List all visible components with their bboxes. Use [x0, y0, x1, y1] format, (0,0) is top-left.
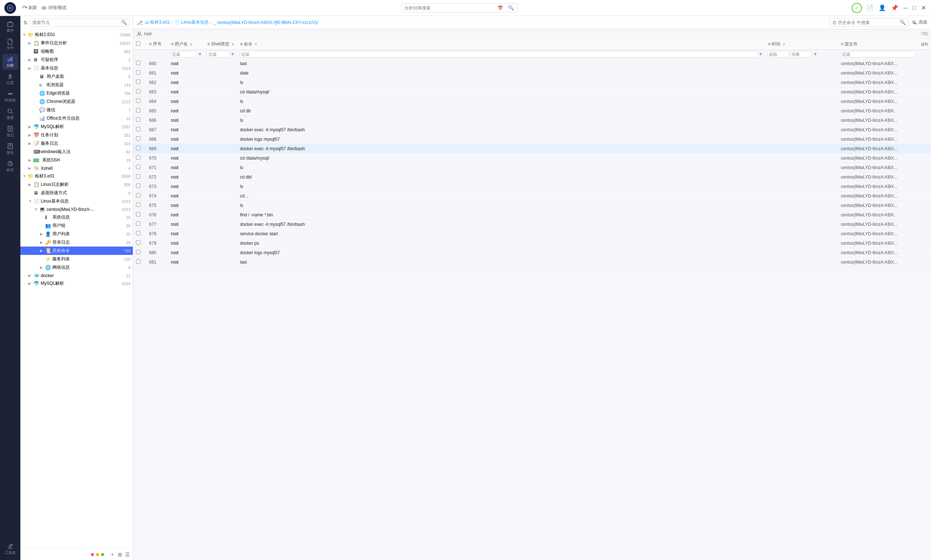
row-checkbox[interactable]	[136, 70, 140, 75]
export-icon[interactable]: 📄	[866, 4, 874, 12]
breadcrumb-item-3[interactable]: _ centos(lMwLYD-6mzA-KBXX-fjf0-fBkN-CfrY…	[213, 20, 319, 25]
sidebar-item-location[interactable]: 位置	[2, 71, 18, 87]
row-checkbox[interactable]	[136, 193, 140, 197]
tree-search-button[interactable]: 🔍	[119, 19, 129, 26]
sidebar-item-timeline[interactable]: 时间线	[2, 89, 18, 105]
tree-node-docker[interactable]: ▶ 🐳 docker 11	[20, 272, 133, 279]
filter-time-start[interactable]	[767, 51, 789, 57]
filter-user-icon[interactable]: ▼	[198, 52, 202, 57]
tree-list-button[interactable]: ☰	[125, 552, 130, 557]
row-checkbox[interactable]	[136, 231, 140, 235]
filter-cmd-icon[interactable]: ▼	[759, 52, 763, 57]
status-check[interactable]: ✓	[852, 3, 862, 13]
row-checkbox[interactable]	[136, 108, 140, 112]
sidebar-item-case[interactable]: 案件	[2, 19, 18, 35]
tree-node-svclist[interactable]: ▶ ⚡ 服务列表 130	[20, 255, 133, 263]
filter-cmd-input[interactable]	[239, 51, 758, 57]
tree-node-thumb[interactable]: ▶ 🖼 缩略图 682	[20, 47, 133, 55]
sidebar-item-tools[interactable]: 工具箱	[2, 541, 18, 557]
tree-node-xshell[interactable]: ▶ 🐚 Xshell 4	[20, 165, 133, 172]
filter-time-end[interactable]	[790, 51, 812, 57]
tree-node-linuxbasic[interactable]: ▼ 📄 Linux基本信息 1013	[20, 197, 133, 205]
detail-action[interactable]: 详情/预览	[42, 5, 66, 11]
tree-node-basic[interactable]: ▶ 📄 基本信息 2414	[20, 64, 133, 72]
tree-node-userlist[interactable]: ▶ 👤 用户列表 20	[20, 230, 133, 238]
minimize-icon[interactable]: ─	[903, 4, 908, 12]
row-checkbox[interactable]	[136, 203, 140, 207]
filter-user-input[interactable]	[170, 51, 197, 57]
breadcrumb-item-2[interactable]: 📄 Linux基本信息	[174, 19, 209, 25]
tree-node-histcmd[interactable]: ▶ 📜 历史命令 780	[20, 246, 133, 255]
breadcrumb-item-1[interactable]: 🗂 检材3.e01	[145, 19, 170, 25]
tree-node-office[interactable]: ▶ 📊 Office文件元信息 12	[20, 114, 133, 123]
tree-node-wechat[interactable]: ▶ 💬 微信 7	[20, 106, 133, 114]
tree-sort-button[interactable]: ⇅	[23, 20, 28, 25]
sidebar-item-research[interactable]: 研究	[2, 158, 18, 175]
row-checkbox[interactable]	[136, 61, 140, 65]
row-checkbox[interactable]	[136, 80, 140, 84]
tree-node-desktop[interactable]: ▶ 🖥 用户桌面 5	[20, 72, 133, 81]
tree-node-svclog[interactable]: ▶ 📝 服务日志 103	[20, 139, 133, 148]
tree-node-centos[interactable]: ▼ 💻 centos(lMwLYD-6mzA-... 1013	[20, 205, 133, 213]
sidebar-item-notes[interactable]: 笔记	[2, 124, 18, 140]
tree-node-loginlog[interactable]: ▶ 🔑 登录日志 26	[20, 238, 133, 246]
tree-node-e01-3[interactable]: ▼ 📁 检材3.e01 5500	[20, 172, 133, 180]
history-search-input[interactable]	[829, 19, 897, 26]
row-checkbox[interactable]	[136, 184, 140, 188]
row-checkbox[interactable]	[136, 146, 140, 150]
tree-node-log[interactable]: ▶ 📋 事件日志分析 10631	[20, 39, 133, 47]
tree-node-netinfo[interactable]: ▶ 🌐 网络信息 8	[20, 263, 133, 272]
tree-node-shortcuts[interactable]: ▶ 🖥 桌面快捷方式 6	[20, 189, 133, 197]
tree-node-usergroup[interactable]: ▶ 👥 用户组 39	[20, 222, 133, 230]
user-icon[interactable]: 👤	[878, 4, 886, 12]
tree-view-button[interactable]: ⊞	[118, 552, 122, 557]
git-icon[interactable]: ⎇	[137, 20, 143, 25]
maximize-icon[interactable]: □	[912, 4, 917, 12]
pin-icon[interactable]: 📌	[890, 4, 899, 12]
tree-node-edge[interactable]: ▶ 🌐 Edge浏览器 766	[20, 89, 133, 97]
row-checkbox[interactable]	[136, 127, 140, 131]
search-button[interactable]: 🔍	[505, 4, 517, 12]
tree-node-ssh[interactable]: ▶ SSH 系统SSH 19	[20, 156, 133, 165]
tree-add-button[interactable]: ＋	[110, 551, 115, 558]
tree-node-task[interactable]: ▶ 📅 任务计划 201	[20, 131, 133, 139]
tree-node-wininput[interactable]: ▶ ⌨ windows输入法 82	[20, 148, 133, 156]
tree-node-prog[interactable]: ▶ ⚙ 可疑程序 2	[20, 55, 133, 64]
row-checkbox[interactable]	[136, 165, 140, 169]
tree-search-input[interactable]	[30, 19, 119, 26]
row-checkbox[interactable]	[136, 222, 140, 226]
filter-shell-icon[interactable]: ▼	[231, 52, 235, 57]
sidebar-item-report[interactable]: 报告	[2, 141, 18, 157]
tree-node-sysinfo[interactable]: ▶ ℹ 系统信息 10	[20, 213, 133, 222]
row-checkbox[interactable]	[136, 240, 140, 245]
tree-node-linuxlog[interactable]: ▶ 📋 Linux日志解析 306	[20, 180, 133, 189]
table-scroll[interactable]: ≡ 序号 ≡ 用户名 ▼ ≡ She	[133, 39, 931, 560]
tree-node-ie[interactable]: ▶ e IE浏览器 144	[20, 81, 133, 89]
row-checkbox[interactable]	[136, 174, 140, 178]
search-input[interactable]	[402, 4, 496, 12]
row-checkbox[interactable]	[136, 98, 140, 103]
close-icon[interactable]: ✕	[920, 4, 926, 12]
sidebar-item-search[interactable]: 搜索	[2, 106, 18, 122]
row-checkbox[interactable]	[136, 250, 140, 254]
shell-filter-icon[interactable]: ▼	[231, 42, 235, 46]
tree-node-mysql[interactable]: ▶ 🐬 MySQL解析 3357	[20, 123, 133, 131]
refresh-action[interactable]: 刷新	[22, 5, 37, 11]
filter-time-icon[interactable]: ▼	[813, 52, 817, 57]
time-filter-icon[interactable]: ▼	[782, 42, 786, 46]
tree-node-e01[interactable]: ▼ 📁 检材2.E01 73485	[20, 31, 133, 39]
row-checkbox[interactable]	[136, 155, 140, 160]
sidebar-item-analysis[interactable]: 分析	[2, 54, 18, 70]
filter-src-input[interactable]	[840, 51, 916, 57]
sidebar-item-file[interactable]: 文件	[2, 36, 18, 52]
row-checkbox[interactable]	[136, 89, 140, 94]
tree-node-mysqlparse[interactable]: ▶ 🐬 MySQL解析 4164	[20, 279, 133, 288]
advanced-button[interactable]: 高级	[912, 19, 927, 25]
row-checkbox[interactable]	[136, 136, 140, 141]
select-all-checkbox[interactable]	[136, 42, 140, 46]
tree-node-chrome[interactable]: ▶ 🌐 Chrome浏览器 2123	[20, 97, 133, 106]
filter-shell-input[interactable]	[206, 51, 230, 57]
row-checkbox[interactable]	[136, 259, 140, 264]
row-checkbox[interactable]	[136, 212, 140, 216]
calendar-icon[interactable]: 📅	[496, 4, 505, 12]
